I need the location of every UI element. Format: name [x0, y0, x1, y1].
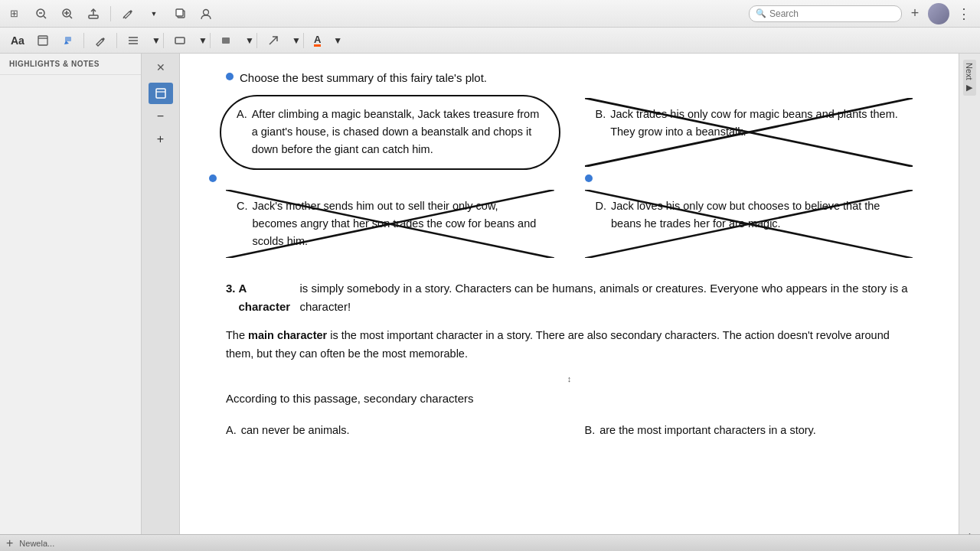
- more-options-btn[interactable]: ⋮: [954, 5, 974, 22]
- bullet-dot-q2c: [585, 174, 593, 182]
- profile-btn[interactable]: [195, 5, 217, 22]
- top-toolbar: ⊞ ▼ 🔍 + ⋮: [0, 0, 980, 28]
- shape-dropdown[interactable]: ▼: [240, 31, 251, 50]
- object-btn[interactable]: [32, 31, 54, 50]
- answer-b-label: B.: [596, 106, 606, 141]
- q3-sub-prompt-text: According to this passage, secondary cha…: [226, 392, 474, 405]
- q3-answer-a-text: can never be animals.: [241, 422, 350, 439]
- text-color-btn[interactable]: A: [309, 31, 325, 50]
- answer-a-text: After climbing a magic beanstalk, Jack t…: [252, 106, 544, 159]
- text-color-dropdown[interactable]: ▼: [328, 31, 339, 50]
- bottom-plus[interactable]: +: [6, 536, 13, 550]
- separator6: [303, 33, 304, 48]
- left-sidebar: HIGHLIGHTS & NOTES: [0, 54, 142, 551]
- arrow-dropdown[interactable]: ▼: [287, 31, 298, 50]
- arrow-btn[interactable]: [263, 31, 284, 50]
- q3-answer-b[interactable]: B. are the most important characters in …: [585, 419, 913, 442]
- svg-rect-19: [175, 37, 185, 44]
- answer-d-content: D. Jack loves his only cow but chooses t…: [596, 197, 903, 233]
- svg-line-2: [44, 16, 46, 18]
- answer-c-content: C. Jack's mother sends him out to sell t…: [237, 197, 544, 251]
- svg-rect-22: [156, 89, 165, 98]
- bullet-row2: [226, 174, 554, 182]
- bullet-dot-q2b: [209, 174, 217, 182]
- zoom-in-btn[interactable]: [57, 5, 78, 22]
- separator2: [116, 33, 117, 48]
- bottom-bar: + Newela...: [0, 534, 980, 551]
- search-box[interactable]: 🔍: [749, 5, 902, 22]
- svg-rect-7: [89, 15, 98, 18]
- separator: [110, 6, 111, 21]
- answer-c-text: Jack's mother sends him out to sell thei…: [253, 197, 544, 251]
- q3-answer-b-label: B.: [585, 422, 596, 439]
- font-btn[interactable]: Aa: [6, 31, 29, 50]
- separator3: [163, 33, 164, 48]
- svg-line-21: [270, 37, 277, 44]
- search-input[interactable]: [769, 8, 895, 19]
- pen-tool-btn[interactable]: [90, 31, 111, 50]
- q3-bold-word: A character: [239, 279, 297, 316]
- sidebar-header: HIGHLIGHTS & NOTES: [0, 54, 141, 75]
- answer-c[interactable]: C. Jack's mother sends him out to sell t…: [226, 190, 554, 259]
- content-area[interactable]: Choose the best summary of this fairy ta…: [180, 54, 959, 551]
- cursor-symbol: ↕: [567, 373, 572, 386]
- align-dropdown[interactable]: ▼: [147, 31, 158, 50]
- q3-heading: 3. A character is simply somebody in a s…: [226, 279, 913, 316]
- annotation-toolbar: Aa ▼ ▼ ▼ ▼ A ▼: [0, 28, 980, 54]
- svg-line-9: [123, 17, 124, 18]
- answer-a-label: A.: [237, 106, 247, 159]
- answer-b-text: Jack trades his only cow for magic beans…: [610, 106, 902, 141]
- add-tab-btn[interactable]: +: [906, 5, 923, 22]
- zoom-out-btn[interactable]: [31, 5, 52, 22]
- answer-d[interactable]: D. Jack loves his only cow but chooses t…: [585, 190, 913, 259]
- answer-a-content: A. After climbing a magic beanstalk, Jac…: [237, 106, 544, 159]
- align-btn[interactable]: [122, 31, 144, 50]
- avatar[interactable]: [928, 3, 949, 24]
- answer-c-label: C.: [237, 197, 248, 251]
- cursor-area: ↕: [226, 373, 913, 386]
- q2-prompt: Choose the best summary of this fairy ta…: [240, 69, 487, 87]
- page-view-btn[interactable]: [149, 83, 173, 104]
- svg-point-12: [204, 9, 209, 15]
- answer-d-label: D.: [596, 197, 607, 233]
- bullet-dot-q2: [226, 73, 234, 80]
- answer-b-content: B. Jack trades his only cow for magic be…: [596, 106, 903, 141]
- q3-bold2: main character: [248, 329, 327, 341]
- close-panel-btn[interactable]: ✕: [149, 57, 173, 78]
- answer-grid-wrapper: A. After climbing a magic beanstalk, Jac…: [226, 98, 913, 258]
- copy-btn[interactable]: [169, 5, 191, 22]
- answer-b[interactable]: B. Jack trades his only cow for magic be…: [585, 98, 913, 167]
- q3-answer-grid: A. can never be animals. B. are the most…: [226, 419, 913, 442]
- q3-answer-a[interactable]: A. can never be animals.: [226, 419, 554, 442]
- pencil-btn[interactable]: [117, 5, 139, 22]
- zoom-in-page[interactable]: +: [149, 129, 173, 150]
- q3-sub-prompt: According to this passage, secondary cha…: [226, 390, 913, 408]
- svg-rect-15: [65, 37, 71, 41]
- bottom-label: Newela...: [19, 539, 54, 548]
- q3-passage: The main character is the most important…: [226, 327, 913, 364]
- document-content: Choose the best summary of this fairy ta…: [226, 69, 913, 442]
- box-dropdown[interactable]: ▼: [194, 31, 204, 50]
- answer-d-text: Jack loves his only cow but chooses to b…: [611, 197, 902, 233]
- box-btn[interactable]: [169, 31, 191, 50]
- answer-a[interactable]: A. After climbing a magic beanstalk, Jac…: [226, 98, 554, 167]
- svg-line-6: [70, 16, 72, 18]
- shape-btn[interactable]: [216, 31, 237, 50]
- grid-icon[interactable]: ⊞: [6, 6, 21, 21]
- svg-rect-20: [222, 37, 230, 44]
- zoom-out-page[interactable]: −: [149, 106, 173, 127]
- separator1: [83, 33, 84, 48]
- right-panel: Next ▶ ⋮: [959, 54, 980, 551]
- q3-answer-b-text: are the most important characters in a s…: [599, 422, 816, 439]
- share-btn[interactable]: [83, 5, 104, 22]
- svg-rect-13: [38, 36, 47, 45]
- q3-text1: is simply somebody in a story. Character…: [299, 279, 913, 316]
- next-btn[interactable]: Next ▶: [963, 60, 976, 96]
- q3-text2: The: [226, 329, 248, 341]
- bullet-row2-right: [585, 174, 913, 182]
- pencil-dropdown[interactable]: ▼: [143, 5, 165, 22]
- separator5: [256, 33, 257, 48]
- page-nav: ✕ − +: [142, 54, 180, 551]
- highlight-btn[interactable]: [57, 31, 78, 50]
- main-layout: HIGHLIGHTS & NOTES ✕ − + Choose the best…: [0, 54, 980, 551]
